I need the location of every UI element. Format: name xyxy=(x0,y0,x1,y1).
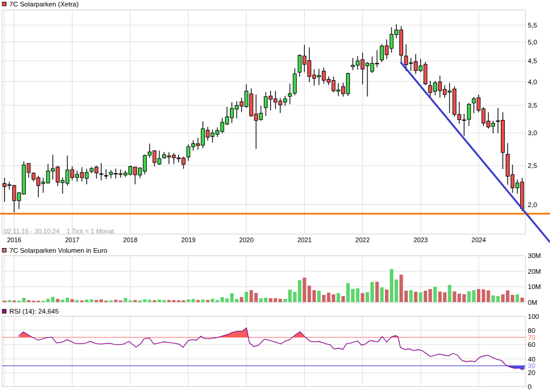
svg-text:3,5: 3,5 xyxy=(528,102,537,109)
svg-text:2017: 2017 xyxy=(65,236,79,243)
svg-text:5,0: 5,0 xyxy=(528,39,537,46)
svg-text:2,5: 2,5 xyxy=(528,162,537,169)
svg-text:20M: 20M xyxy=(528,268,541,275)
svg-text:80: 80 xyxy=(528,327,535,334)
svg-text:0M: 0M xyxy=(528,299,537,306)
svg-text:5,5: 5,5 xyxy=(528,22,537,29)
svg-text:7C Solarparken (Xetra): 7C Solarparken (Xetra) xyxy=(9,1,78,8)
svg-text:2016: 2016 xyxy=(7,236,21,243)
svg-text:40: 40 xyxy=(528,356,535,363)
svg-text:70: 70 xyxy=(528,334,535,341)
svg-text:20: 20 xyxy=(528,369,535,376)
svg-text:10M: 10M xyxy=(528,283,541,290)
svg-text:60: 60 xyxy=(528,341,535,348)
svg-text:RSI (14): 24,645: RSI (14): 24,645 xyxy=(9,308,59,315)
svg-text:4,5: 4,5 xyxy=(528,57,537,64)
svg-text:2021: 2021 xyxy=(297,236,311,243)
svg-text:2023: 2023 xyxy=(414,236,428,243)
svg-text:2019: 2019 xyxy=(181,236,195,243)
svg-text:0: 0 xyxy=(528,383,531,390)
svg-text:2022: 2022 xyxy=(355,236,369,243)
svg-text:02.11.15 - 30.10.24 1 Tick: 02.11.15 - 30.10.24 1 Tick = 1 Monat xyxy=(4,228,114,235)
svg-text:2024: 2024 xyxy=(472,236,486,243)
svg-text:2020: 2020 xyxy=(239,236,253,243)
svg-text:2018: 2018 xyxy=(123,236,137,243)
svg-text:3,0: 3,0 xyxy=(528,129,537,136)
svg-text:30M: 30M xyxy=(528,252,541,259)
svg-text:30: 30 xyxy=(528,362,535,369)
svg-text:100: 100 xyxy=(528,313,539,320)
svg-text:2,0: 2,0 xyxy=(528,201,537,208)
svg-text:7C Solarparken Volumen in Euro: 7C Solarparken Volumen in Euro xyxy=(9,247,108,254)
svg-text:4,0: 4,0 xyxy=(528,78,537,85)
